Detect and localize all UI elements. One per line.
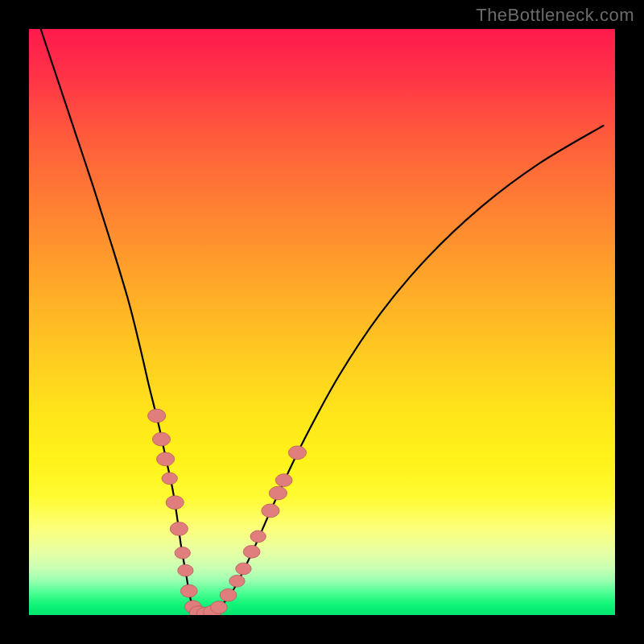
data-marker bbox=[162, 473, 177, 485]
data-marker bbox=[262, 504, 279, 518]
data-marker bbox=[236, 563, 251, 575]
data-marker bbox=[175, 547, 190, 559]
data-marker bbox=[250, 530, 266, 543]
data-marker bbox=[148, 409, 166, 423]
data-marker bbox=[269, 486, 287, 500]
data-marker bbox=[288, 446, 306, 460]
watermark-text: TheBottleneck.com bbox=[476, 5, 634, 26]
data-markers bbox=[148, 409, 307, 615]
markers-layer bbox=[29, 29, 615, 615]
chart-frame: TheBottleneck.com bbox=[0, 0, 644, 644]
data-marker bbox=[157, 452, 175, 466]
data-marker bbox=[180, 584, 197, 597]
data-marker bbox=[152, 432, 170, 446]
data-marker bbox=[166, 496, 184, 510]
plot-area bbox=[29, 29, 615, 615]
data-marker bbox=[170, 522, 188, 536]
data-marker bbox=[220, 588, 237, 601]
data-marker bbox=[211, 601, 228, 614]
data-marker bbox=[275, 474, 292, 487]
data-marker bbox=[178, 564, 193, 576]
data-marker bbox=[243, 546, 260, 559]
data-marker bbox=[229, 575, 245, 587]
